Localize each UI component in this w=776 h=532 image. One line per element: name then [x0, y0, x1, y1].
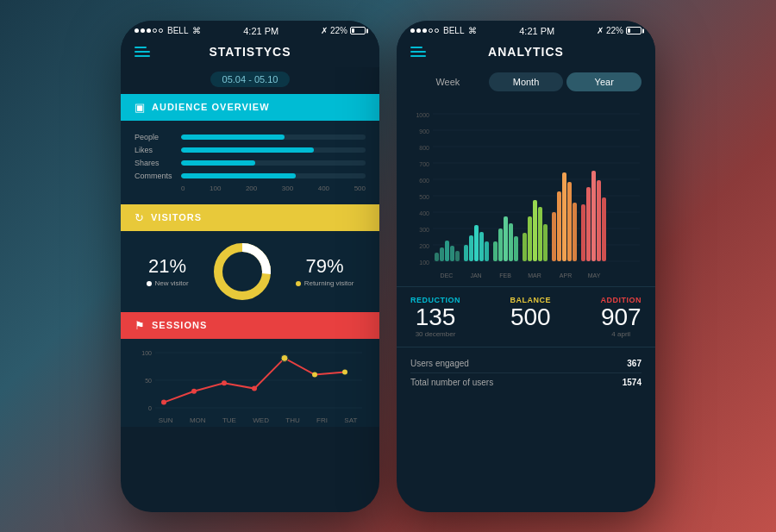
bar-feb-2	[498, 228, 503, 261]
rdot3	[422, 28, 427, 33]
rmenu-line1	[410, 47, 422, 48]
flag-icon: ⚑	[135, 319, 145, 332]
bar-track-comments	[181, 173, 366, 178]
stat-reduction: REDUCTION 135 30 december	[410, 296, 460, 339]
rmenu-line3	[410, 55, 426, 57]
balance-label: BALANCE	[510, 296, 552, 304]
bar-row-likes: Likes	[135, 146, 366, 154]
bar-may-4	[597, 180, 601, 261]
audience-title: AUDIENCE OVERVIEW	[152, 102, 270, 112]
visitors-card: ↻ VISITORS 21% New visitor	[121, 204, 379, 312]
users-engaged-value: 367	[627, 359, 641, 368]
audience-body: People Likes Shares	[121, 121, 379, 204]
x-thu: THU	[285, 416, 299, 424]
addition-label: ADDITION	[601, 296, 642, 304]
bar-fill-shares	[181, 160, 255, 166]
bar-feb-3	[504, 216, 508, 261]
status-right-right: ✗ 22%	[597, 26, 641, 35]
bar-jan-4	[479, 232, 484, 261]
users-engaged-label: Users engaged	[410, 359, 469, 368]
total-users-value: 1574	[623, 378, 641, 387]
status-left: BELL ⌘	[135, 26, 201, 35]
new-visitor-pct: 21%	[147, 255, 189, 278]
tab-month[interactable]: Month	[489, 72, 564, 91]
wifi-icon-right: ⌘	[468, 26, 477, 35]
time-left: 4:21 PM	[243, 26, 278, 36]
bar-mar-3	[533, 200, 537, 261]
svg-text:300: 300	[419, 227, 429, 233]
menu-line2	[135, 51, 150, 53]
bar-mar-1	[523, 233, 527, 261]
audience-overview-card: ▣ AUDIENCE OVERVIEW People Likes	[121, 94, 379, 204]
left-phone-content: 05.04 - 05.10 ▣ AUDIENCE OVERVIEW People	[121, 67, 379, 512]
reduction-value: 135	[410, 304, 460, 331]
wifi-icon: ⌘	[192, 26, 201, 35]
tab-year[interactable]: Year	[566, 72, 641, 91]
rdot1	[410, 28, 415, 33]
status-right-left: ✗ 22%	[321, 26, 366, 35]
bar-feb-1	[493, 241, 498, 261]
svg-text:DEC: DEC	[441, 272, 454, 279]
rmenu-line2	[410, 51, 426, 53]
dot-thu	[281, 354, 288, 361]
svg-text:600: 600	[419, 178, 429, 184]
menu-line1	[135, 47, 147, 48]
date-range: 05.04 - 05.10	[210, 72, 291, 87]
menu-button-right[interactable]	[410, 47, 426, 57]
axis-200: 200	[246, 185, 257, 192]
bar-feb-4	[509, 223, 513, 261]
addition-value: 907	[601, 304, 642, 331]
svg-text:800: 800	[419, 145, 429, 151]
donut-chart	[212, 241, 272, 302]
addition-sub: 4 april	[601, 330, 642, 338]
battery-pct-right: 22%	[606, 26, 623, 35]
bar-dec-3	[445, 241, 449, 261]
battery-fill-left	[352, 28, 354, 33]
date-badge: 05.04 - 05.10	[121, 67, 379, 94]
bar-label-people: People	[135, 133, 176, 141]
status-left-right: BELL ⌘	[410, 26, 477, 35]
sessions-svg: 100 50 0	[135, 346, 366, 415]
bar-row-shares: Shares	[135, 159, 366, 167]
total-users-label: Total number of users	[410, 378, 493, 387]
bar-label-shares: Shares	[135, 159, 176, 167]
visitors-body: 21% New visitor 79	[121, 231, 379, 312]
dot4	[153, 28, 157, 33]
reduction-label: REDUCTION	[410, 296, 460, 304]
svg-text:FEB: FEB	[499, 272, 511, 279]
axis-300: 300	[282, 185, 293, 192]
status-bar-right: BELL ⌘ 4:21 PM ✗ 22%	[397, 21, 655, 40]
menu-button-left[interactable]	[135, 47, 150, 57]
returning-visitor-stat: 79% Returning visitor	[296, 255, 354, 287]
svg-text:200: 200	[419, 243, 429, 249]
balance-sub	[510, 330, 552, 338]
menu-line3	[135, 55, 150, 57]
x-sun: SUN	[159, 416, 173, 424]
bar-track-shares	[181, 160, 366, 166]
dot-mon	[191, 388, 197, 393]
bar-mar-5	[543, 224, 548, 261]
svg-text:APR: APR	[560, 272, 572, 279]
bar-axis: 0 100 200 300 400 500	[135, 185, 366, 192]
new-visitor-text: New visitor	[155, 279, 189, 287]
svg-text:100: 100	[419, 260, 429, 266]
bar-dec-5	[455, 251, 460, 261]
reduction-sub: 30 december	[410, 330, 460, 338]
page-title-left: STATISTYCS	[209, 45, 291, 59]
bar-apr-1	[552, 212, 556, 261]
bar-dec-2	[440, 247, 444, 261]
bar-jan-3	[474, 225, 479, 261]
bar-fill-comments	[181, 173, 296, 178]
analytics-chart-svg: 1000 900 800 700 600 500 400 300 200 100	[410, 105, 641, 286]
signal-dots	[135, 28, 163, 33]
tab-week[interactable]: Week	[410, 72, 485, 91]
returning-visitor-text: Returning visitor	[304, 279, 354, 287]
svg-text:MAR: MAR	[528, 272, 541, 279]
bar-row-people: People	[135, 133, 366, 141]
battery-left	[350, 27, 366, 34]
dot-tue	[222, 380, 227, 385]
svg-text:50: 50	[145, 378, 152, 384]
bar-dec-4	[450, 246, 454, 261]
returning-dot	[296, 281, 301, 286]
svg-text:JAN: JAN	[470, 272, 481, 279]
